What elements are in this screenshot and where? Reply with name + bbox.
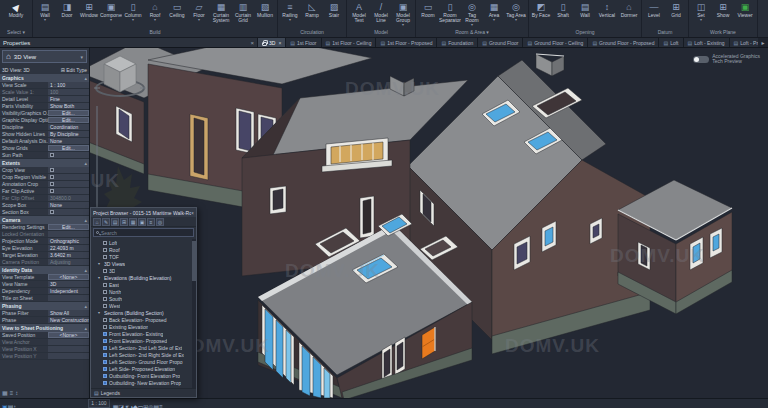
ribbon-button-curtain-system[interactable]: ▦Curtain System (210, 1, 232, 23)
tree-expand-icon[interactable]: ▾ (98, 275, 102, 280)
section-header-phasing[interactable]: Phasing▴ (0, 302, 89, 310)
accelerated-graphics-toggle[interactable]: Accelerated Graphics Tech Preview (693, 54, 760, 64)
tab-1st-floor-proposed[interactable]: ▤1st Floor - Proposed (376, 38, 437, 47)
ribbon-button-ceiling[interactable]: ▭Ceiling (166, 1, 188, 18)
tree-item-tof[interactable]: TOF (91, 253, 192, 260)
property-value[interactable]: Show Both (48, 103, 89, 109)
property-value[interactable] (48, 231, 89, 237)
close-icon[interactable]: × (250, 40, 254, 46)
tab-foundation[interactable]: ▤Foundation (437, 38, 478, 47)
browser-tool-icon-0[interactable]: ⌂ (93, 218, 101, 226)
property-button[interactable]: <None> (48, 332, 89, 338)
tree-item-left-section-2nd-right-side-of-ex[interactable]: Left Section- 2nd Right Side of Ex (91, 351, 192, 358)
ribbon-button-wall[interactable]: ▤Wall▾ (34, 1, 56, 22)
tree-checkbox[interactable] (103, 269, 107, 273)
ribbon-button-by-face[interactable]: ◩By Face (530, 1, 552, 18)
property-value[interactable] (48, 339, 89, 345)
tree-item-front-elevation-proposed[interactable]: Front Elevation- Proposed (91, 337, 192, 344)
tree-item-elevations-building-elevation[interactable]: ▾Elevations (Building Elevation) (91, 274, 192, 281)
ribbon-button-curtain-grid[interactable]: ▥Curtain Grid (232, 1, 254, 23)
toggle-switch[interactable] (693, 56, 709, 63)
type-selector[interactable]: ⌂ 3D View ▾ (2, 50, 87, 63)
property-value[interactable]: Coordination (48, 124, 89, 130)
tree-item-left-section-2nd-left-side-of-ext[interactable]: Left Section- 2nd Left Side of Ext (91, 344, 192, 351)
property-checkbox[interactable] (48, 209, 89, 215)
property-value[interactable]: None (48, 138, 89, 144)
tree-item-loft[interactable]: Loft (91, 239, 192, 246)
tree-item-sections-building-section[interactable]: ▾Sections (Building Section) (91, 309, 192, 316)
tree-expand-icon[interactable]: ▾ (98, 261, 102, 266)
tree-item-roof[interactable]: Roof (91, 246, 192, 253)
property-button[interactable]: Edit... (48, 224, 89, 230)
property-button[interactable]: Edit... (48, 110, 89, 116)
close-icon[interactable]: × (191, 210, 194, 216)
ribbon-button-dormer[interactable]: ⌂Dormer (618, 1, 640, 18)
ribbon-button-roof[interactable]: ⌂Roof▾ (144, 1, 166, 22)
tab-1st-floor[interactable]: ▤1st Floor (286, 38, 321, 47)
tree-checkbox[interactable] (103, 360, 107, 364)
ribbon-button-modify[interactable]: ▶Modify (1, 1, 31, 18)
tree-checkbox[interactable] (103, 290, 107, 294)
status-icon-2[interactable]: ↕ (13, 404, 16, 408)
property-button[interactable]: Edit... (48, 145, 89, 151)
tree-checkbox[interactable] (103, 325, 107, 329)
tab-3d[interactable]: 3D× (258, 38, 286, 47)
tree-item-legends[interactable]: ▤ Legends (91, 388, 196, 397)
properties-palette-header[interactable]: Properties × (0, 38, 258, 47)
ribbon-button-tag-area[interactable]: ◎Tag Area▾ (505, 1, 527, 22)
browser-tool-icon-1[interactable]: ✎ (102, 218, 110, 226)
tree-item-back-elevation-proposed[interactable]: Back Elevation- Proposed (91, 316, 192, 323)
tree-checkbox[interactable] (103, 346, 107, 350)
tree-item-existing-elevation[interactable]: Existing Elevation (91, 323, 192, 330)
property-value[interactable] (48, 346, 89, 352)
ribbon-button-grid[interactable]: ⊞Grid (665, 1, 687, 18)
property-button[interactable]: Edit... (48, 117, 89, 123)
ribbon-button-ramp[interactable]: ◺Ramp (301, 1, 323, 18)
property-checkbox[interactable] (48, 152, 89, 158)
tree-checkbox[interactable] (103, 297, 107, 301)
section-header-camera[interactable]: Camera▴ (0, 216, 89, 224)
view-control-icon-9[interactable]: ≡ (159, 404, 163, 408)
property-value[interactable]: 3D (48, 281, 89, 287)
ribbon-button-vertical[interactable]: ↕Vertical (596, 1, 618, 18)
ribbon-button-show[interactable]: ⊞Show (712, 1, 734, 18)
section-header-graphics[interactable]: Graphics▴ (0, 74, 89, 82)
property-value[interactable]: 3.6402 m (48, 252, 89, 258)
scale-button[interactable]: 1 : 100 (88, 399, 109, 408)
ribbon-button-door[interactable]: ◨Door (56, 1, 78, 18)
ribbon-button-shaft[interactable]: ▯Shaft (552, 1, 574, 18)
tab-overflow-button[interactable]: ▸ (758, 38, 768, 47)
ribbon-button-window[interactable]: ⊞Window (78, 1, 100, 18)
ribbon-button-tag-room[interactable]: ◎Tag Room▾ (461, 1, 483, 27)
ribbon-button-model-line[interactable]: /Model Line (370, 1, 392, 23)
tree-item-outbuilding-new-elevation-prop[interactable]: Outbuilding- New Elevation Prop (91, 379, 192, 386)
ribbon-button-railing[interactable]: ≡Railing▾ (279, 1, 301, 22)
scrollbar[interactable] (192, 239, 196, 388)
tree-item-east[interactable]: East (91, 281, 192, 288)
tree-item-north[interactable]: North (91, 288, 192, 295)
property-button[interactable]: <None> (48, 274, 89, 280)
edit-type-button[interactable]: ⊞ Edit Type (61, 67, 87, 73)
browser-tool-icon-6[interactable]: ≡ (147, 218, 155, 226)
ribbon-button-level[interactable]: —Level (643, 1, 665, 18)
tree-item-3d-views[interactable]: ▾3D Views (91, 260, 192, 267)
section-header-identity-data[interactable]: Identity Data▴ (0, 266, 89, 274)
tab-loft-existing[interactable]: ▤Loft - Existing (684, 38, 730, 47)
tab-loft[interactable]: ▤Loft (659, 38, 683, 47)
ribbon-button-model-text[interactable]: AModel Text (348, 1, 370, 23)
property-value[interactable]: Independent (48, 288, 89, 294)
tree-checkbox[interactable] (103, 255, 107, 259)
tree-item-south[interactable]: South (91, 295, 192, 302)
ribbon-button-component[interactable]: ▣Component▾ (100, 1, 122, 22)
tree-checkbox[interactable] (103, 374, 107, 378)
tab-ground-floor-proposed[interactable]: ▤Ground Floor - Proposed (588, 38, 659, 47)
close-icon[interactable]: × (278, 40, 281, 46)
viewcube[interactable] (90, 48, 150, 100)
browser-tool-icon-2[interactable]: ▤ (111, 218, 119, 226)
tab-loft-proposed[interactable]: ▤Loft - Proposed (730, 38, 758, 47)
tree-checkbox[interactable] (103, 332, 107, 336)
property-value[interactable]: 22.4093 m (48, 245, 89, 251)
ribbon-button-model-group[interactable]: ▣Model Group▾ (392, 1, 414, 27)
property-value[interactable]: Adjusting (48, 259, 89, 265)
property-value[interactable] (48, 353, 89, 359)
